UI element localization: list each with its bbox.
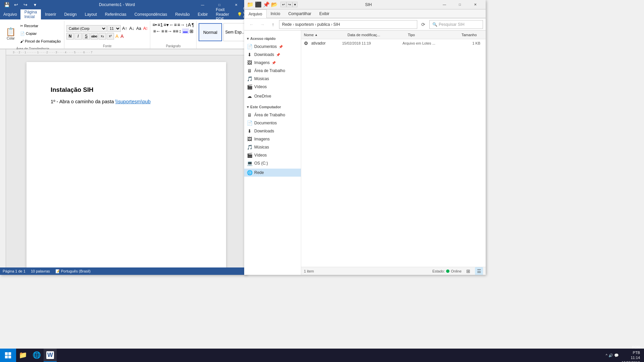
- tab-layout[interactable]: Layout: [81, 9, 101, 19]
- explorer-maximize-button[interactable]: □: [452, 0, 468, 9]
- taskbar-word[interactable]: W: [44, 349, 57, 362]
- exp-undo-btn[interactable]: ↩: [280, 2, 286, 7]
- view-large-icon-button[interactable]: ⊞: [464, 267, 472, 275]
- strikethrough-button[interactable]: abc: [91, 33, 98, 40]
- style-no-spacing-button[interactable]: Sem Esp...: [223, 23, 247, 41]
- sidebar-item-imagens[interactable]: 🖼 Imagens 📌: [244, 59, 301, 67]
- exp-back-button[interactable]: ←: [247, 20, 256, 29]
- borders-button[interactable]: ⊞: [190, 28, 194, 34]
- underline-button[interactable]: S: [83, 33, 90, 40]
- change-case-button[interactable]: Aa: [136, 26, 142, 31]
- exp-tab-compartilhar[interactable]: Compartilhar: [284, 9, 315, 18]
- col-header-type[interactable]: Tipo: [405, 31, 459, 39]
- word-close-button[interactable]: ✕: [228, 0, 244, 9]
- exp-tab-arquivo[interactable]: Arquivo: [244, 9, 267, 18]
- sidebar-item-videos[interactable]: 🎬 Vídeos: [244, 83, 301, 91]
- sidebar-item-pc-downloads[interactable]: ⬇ Downloads: [244, 127, 301, 135]
- font-family-select[interactable]: Calibri (Corp: [66, 25, 107, 32]
- multilevel-list-button[interactable]: ≡▾: [163, 22, 168, 27]
- exp-folder-title[interactable]: 📂: [271, 1, 278, 8]
- sidebar-item-onedrive[interactable]: ☁ OneDrive: [244, 92, 301, 100]
- justify-button[interactable]: ≡≡: [173, 28, 178, 34]
- decrease-indent-button[interactable]: ←≡: [169, 22, 177, 27]
- explorer-close-button[interactable]: ✕: [468, 0, 483, 9]
- exp-tab-inicio[interactable]: Início: [267, 9, 284, 18]
- tab-foxit[interactable]: Foxit Reader PDF: [212, 9, 233, 19]
- start-button[interactable]: [0, 349, 16, 362]
- col-header-size[interactable]: Tamanho: [459, 31, 486, 39]
- exp-back-title[interactable]: ⬛: [255, 1, 262, 8]
- sidebar-item-area-trabalho[interactable]: 🖥 Área de Trabalho: [244, 67, 301, 75]
- exp-up-button[interactable]: ↑: [268, 20, 278, 29]
- word-minimize-button[interactable]: —: [195, 0, 210, 9]
- style-normal-button[interactable]: Normal: [199, 23, 222, 41]
- clear-format-button[interactable]: A⃝: [143, 26, 148, 31]
- document-page[interactable]: Instalação SIH 1º - Abra o caminho da pa…: [26, 62, 226, 267]
- numbered-list-button[interactable]: ≡1: [158, 22, 163, 27]
- word-scroll-area[interactable]: 3 · · 2 · · 1 · · · · · · 1 · · · · 2 · …: [6, 49, 247, 267]
- doc-link[interactable]: \\suportesm\pub: [115, 99, 151, 104]
- superscript-button[interactable]: x²: [107, 33, 114, 40]
- exp-redo-btn[interactable]: ↪: [286, 2, 292, 7]
- exp-refresh-button[interactable]: ⟳: [419, 20, 428, 29]
- tab-exibir[interactable]: Exibir: [194, 9, 212, 19]
- align-center-button[interactable]: ≡: [161, 28, 164, 34]
- bold-button[interactable]: N: [66, 33, 74, 40]
- system-clock[interactable]: POR PTB 11:14 12/03/2018: [622, 345, 640, 362]
- tab-correspondencias[interactable]: Correspondências: [130, 9, 171, 19]
- exp-tab-exibir[interactable]: Exibir: [315, 9, 333, 18]
- proofing-indicator[interactable]: 📝 Português (Brasil): [55, 269, 91, 274]
- qat-dropdown[interactable]: ▾: [31, 1, 39, 8]
- sidebar-item-pc-videos[interactable]: 🎬 Vídeos: [244, 151, 301, 159]
- file-item-ativador[interactable]: ⚙ ativador 15/02/2018 11:19 Arquivo em L…: [301, 39, 486, 47]
- sidebar-item-documentos[interactable]: 📄 Documentos 📌: [244, 43, 301, 51]
- sidebar-item-rede[interactable]: 🌐 Rede: [244, 169, 301, 177]
- col-header-name[interactable]: Nome ▲: [301, 31, 345, 39]
- show-marks-button[interactable]: ¶: [192, 22, 194, 27]
- bullet-list-button[interactable]: ≡•: [152, 22, 157, 27]
- font-grow-button[interactable]: A↑: [121, 26, 128, 31]
- sidebar-item-pc-documentos[interactable]: 📄 Documentos: [244, 119, 301, 127]
- sidebar-item-pc-imagens[interactable]: 🖼 Imagens: [244, 135, 301, 143]
- undo-button[interactable]: ↩: [12, 1, 20, 8]
- col-header-date[interactable]: Data de modificaç...: [345, 31, 405, 39]
- exp-options-btn[interactable]: ▾: [292, 2, 298, 7]
- align-left-button[interactable]: ≡←: [153, 28, 161, 34]
- paste-button[interactable]: 📋 Colar: [3, 24, 18, 43]
- align-right-button[interactable]: ≡→: [165, 28, 172, 34]
- tab-arquivo[interactable]: Arquivo: [0, 9, 20, 19]
- tab-referencias[interactable]: Referências: [101, 9, 130, 19]
- font-size-select[interactable]: 11: [107, 25, 121, 32]
- exp-search-input[interactable]: 🔍 Pesquisar SIH: [429, 20, 483, 29]
- shading-button[interactable]: ▬: [182, 28, 189, 34]
- highlight-button[interactable]: A: [115, 34, 119, 39]
- tab-inserir[interactable]: Inserir: [41, 9, 60, 19]
- exp-pin-title[interactable]: 📌: [263, 1, 270, 8]
- sidebar-item-pc-musicas[interactable]: 🎵 Músicas: [244, 143, 301, 151]
- taskbar-file-explorer[interactable]: 📁: [16, 349, 30, 362]
- sidebar-item-pc-desktop[interactable]: 🖥 Área de Trabalho: [244, 111, 301, 119]
- font-shrink-button[interactable]: A↓: [128, 26, 135, 31]
- sidebar-item-musicas[interactable]: 🎵 Músicas: [244, 75, 301, 83]
- view-details-button[interactable]: ☰: [475, 267, 483, 275]
- explorer-minimize-button[interactable]: —: [437, 0, 452, 9]
- sort-button[interactable]: ↕A: [185, 22, 191, 27]
- increase-indent-button[interactable]: ≡→: [177, 22, 185, 27]
- sidebar-item-downloads[interactable]: ⬇ Downloads 📌: [244, 51, 301, 59]
- taskbar-chrome[interactable]: 🌐: [30, 349, 44, 362]
- save-button[interactable]: 💾: [3, 1, 11, 8]
- font-color-button[interactable]: A: [120, 34, 124, 39]
- exp-forward-button[interactable]: →: [258, 20, 267, 29]
- tab-design[interactable]: Design: [60, 9, 80, 19]
- explorer-address-bar[interactable]: Rede › suportesm › publica › SIH: [279, 20, 417, 29]
- copy-button[interactable]: 📄 Copiar: [19, 30, 62, 37]
- tab-pagina-inicial[interactable]: Página Inicial: [20, 9, 41, 19]
- format-painter-button[interactable]: 🖌 Pincel de Formatação: [19, 38, 62, 45]
- sidebar-item-os-c[interactable]: 💻 OS (C:): [244, 159, 301, 167]
- line-spacing-button[interactable]: ↕: [179, 28, 181, 34]
- tab-revisao[interactable]: Revisão: [171, 9, 194, 19]
- subscript-button[interactable]: x₂: [99, 33, 106, 40]
- redo-button[interactable]: ↪: [21, 1, 30, 8]
- cut-button[interactable]: ✂ Recortar: [19, 22, 62, 29]
- italic-button[interactable]: I: [74, 33, 82, 40]
